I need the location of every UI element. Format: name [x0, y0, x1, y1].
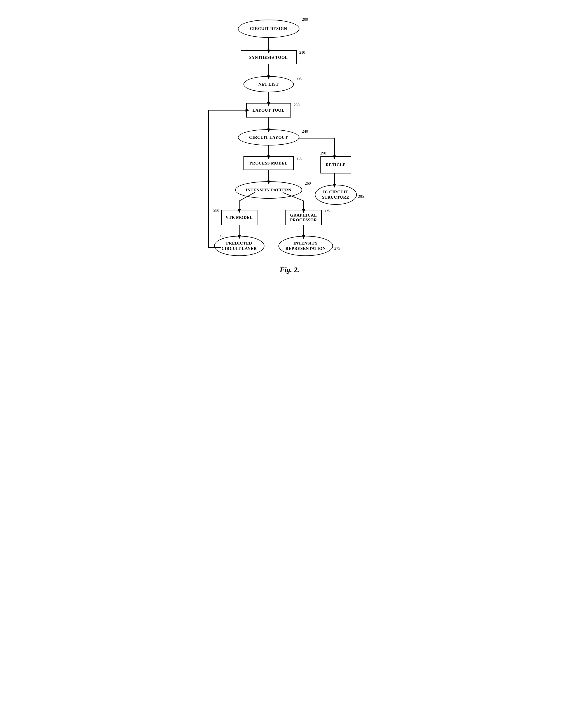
process-model-node: PROCESS MODEL: [244, 156, 294, 170]
intensity-pattern-node: INTENSITY PATTERN: [235, 181, 302, 199]
ref-250: 250: [297, 156, 303, 161]
ref-240: 240: [302, 129, 308, 134]
intensity-representation-node: INTENSITY REPRESENTATION: [278, 236, 333, 256]
ref-220: 220: [297, 76, 303, 81]
ref-275: 275: [334, 246, 340, 251]
ic-circuit-structure-node: IC CIRCUIT STRUCTURE: [315, 185, 357, 205]
ref-210: 210: [299, 50, 305, 55]
page: CIRCUIT DESIGN 200 SYNTHESIS TOOL 210 NE…: [180, 6, 399, 291]
circuit-layout-node: CIRCUIT LAYOUT: [238, 129, 299, 146]
ref-295: 295: [358, 194, 364, 199]
reticle-node: RETICLE: [321, 156, 351, 174]
figure-caption: Fig. 2.: [280, 266, 299, 274]
ref-260: 260: [305, 181, 311, 186]
circuit-design-node: CIRCUIT DESIGN: [238, 20, 299, 38]
layout-tool-node: LAYOUT TOOL: [246, 103, 291, 118]
ref-200: 200: [302, 17, 308, 22]
graphical-processor-node: GRAPHICAL PROCESSOR: [285, 210, 322, 225]
ref-270: 270: [325, 208, 330, 213]
ref-280: 280: [213, 208, 219, 213]
ref-285: 285: [220, 233, 226, 237]
ref-290: 290: [321, 151, 326, 156]
net-list-node: NET LIST: [244, 76, 294, 92]
diagram: CIRCUIT DESIGN 200 SYNTHESIS TOOL 210 NE…: [195, 14, 385, 255]
ref-230: 230: [294, 103, 300, 107]
predicted-circuit-layer-node: PREDICTED CIRCUIT LAYER: [214, 236, 265, 256]
synthesis-tool-node: SYNTHESIS TOOL: [241, 50, 297, 64]
vtr-model-node: VTR MODEL: [221, 210, 257, 225]
